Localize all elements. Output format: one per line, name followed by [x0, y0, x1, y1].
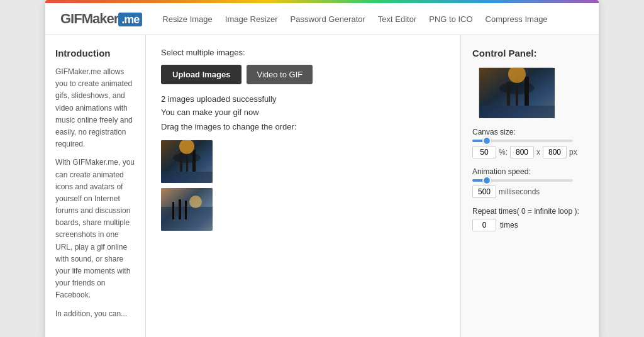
- thumb2-img: [161, 188, 213, 231]
- svg-rect-2: [180, 153, 182, 172]
- intro-para3: In addition, you can...: [55, 308, 135, 320]
- control-panel-title: Control Panel:: [472, 48, 587, 58]
- nav: Resize Image Image Resizer Password Gene…: [162, 14, 547, 24]
- right-panel: Control Panel:: [460, 35, 599, 337]
- btn-row: Upload Images Video to GIF: [161, 65, 445, 84]
- canvas-percent-input[interactable]: [472, 146, 496, 158]
- logo-gif: GIF: [60, 11, 82, 26]
- drag-order-text: Drag the images to change the order:: [161, 122, 445, 131]
- nav-png-to-ico[interactable]: PNG to ICO: [429, 14, 472, 24]
- intro-title: Introduction: [55, 48, 135, 58]
- svg-rect-4: [192, 150, 196, 172]
- thumb1-img: [161, 140, 213, 183]
- svg-rect-10: [172, 202, 174, 219]
- canvas-height-input[interactable]: [543, 146, 567, 158]
- intro-para2: With GIFMaker.me, you can create animate…: [55, 157, 135, 301]
- thumbnails: [161, 140, 445, 231]
- left-panel: Introduction GIFMaker.me allows you to c…: [45, 35, 146, 337]
- preview-image: [479, 67, 554, 118]
- center-panel: Select multiple images: Upload Images Vi…: [146, 35, 460, 337]
- svg-rect-19: [479, 106, 555, 118]
- main-content: Introduction GIFMaker.me allows you to c…: [45, 35, 599, 337]
- upload-images-button[interactable]: Upload Images: [161, 65, 242, 84]
- video-to-gif-button[interactable]: Video to GIF: [247, 65, 313, 84]
- svg-rect-11: [179, 199, 181, 219]
- svg-rect-15: [507, 82, 510, 106]
- thumbnail-2[interactable]: [161, 188, 213, 231]
- animation-speed-slider-thumb[interactable]: [482, 176, 491, 185]
- logo-dot-me: .me: [118, 13, 142, 26]
- nav-text-editor[interactable]: Text Editor: [378, 14, 416, 24]
- canvas-size-values: %: x px: [472, 146, 587, 158]
- repeat-unit: times: [500, 221, 518, 229]
- canvas-percent-label: %:: [499, 148, 508, 157]
- svg-rect-17: [525, 77, 529, 106]
- repeat-label: Repeat times( 0 = infinite loop ):: [472, 207, 587, 216]
- canvas-width-input[interactable]: [510, 146, 534, 158]
- nav-compress-image[interactable]: Compress Image: [486, 14, 548, 24]
- select-label: Select multiple images:: [161, 48, 445, 57]
- make-gif-text: You can make your gif now: [161, 108, 445, 117]
- animation-speed-values: milliseconds: [472, 185, 587, 198]
- repeat-row: times: [472, 219, 587, 231]
- svg-rect-6: [161, 172, 213, 183]
- repeat-input[interactable]: [472, 219, 496, 231]
- animation-speed-label: Animation speed:: [472, 167, 587, 176]
- canvas-x-label: x: [536, 148, 540, 157]
- canvas-size-section: Canvas size: %: x px: [472, 128, 587, 158]
- thumbnail-1[interactable]: [161, 140, 213, 183]
- logo-maker: Maker: [82, 11, 119, 26]
- canvas-size-slider-track[interactable]: [472, 140, 573, 142]
- nav-password-generator[interactable]: Password Generator: [291, 14, 365, 24]
- logo: GIFMaker.me: [60, 11, 142, 27]
- svg-rect-16: [516, 79, 518, 106]
- animation-speed-section: Animation speed: milliseconds: [472, 167, 587, 198]
- repeat-section: Repeat times( 0 = infinite loop ): times: [472, 207, 587, 231]
- svg-point-9: [189, 196, 202, 208]
- animation-speed-slider-container: [472, 179, 587, 182]
- canvas-px-label: px: [569, 148, 577, 157]
- canvas-size-label: Canvas size:: [472, 128, 587, 136]
- header: GIFMaker.me Resize Image Image Resizer P…: [45, 3, 599, 35]
- animation-speed-slider-track[interactable]: [472, 179, 573, 182]
- animation-speed-unit: milliseconds: [499, 187, 540, 196]
- svg-rect-12: [185, 201, 187, 219]
- nav-resize-image[interactable]: Resize Image: [162, 14, 212, 24]
- nav-image-resizer[interactable]: Image Resizer: [225, 14, 278, 24]
- canvas-size-slider-container: [472, 140, 587, 142]
- intro-para1: GIFMaker.me allows you to create animate…: [55, 66, 135, 150]
- svg-rect-3: [186, 152, 188, 172]
- canvas-size-slider-thumb[interactable]: [482, 136, 491, 145]
- app-window: GIFMaker.me Resize Image Image Resizer P…: [45, 0, 599, 337]
- animation-speed-input[interactable]: [472, 185, 496, 198]
- upload-status: 2 images uploaded successfully: [161, 94, 445, 104]
